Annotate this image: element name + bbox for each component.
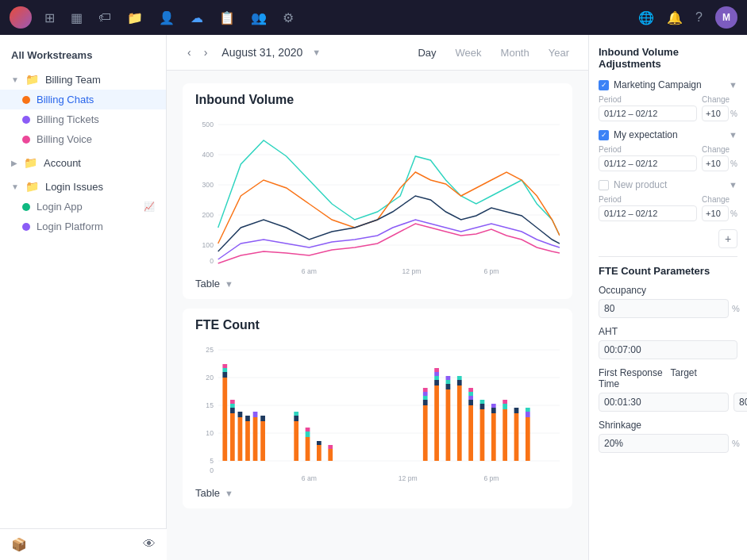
expectation-period-input[interactable]	[599, 155, 697, 171]
svg-text:15: 15	[206, 401, 214, 409]
target-input[interactable]	[734, 393, 747, 412]
first-response-input[interactable]	[599, 393, 729, 412]
new-product-change-input[interactable]	[702, 205, 729, 221]
svg-rect-53	[423, 396, 428, 400]
nav-tag-icon[interactable]: 🏷	[98, 10, 111, 25]
svg-rect-47	[317, 445, 322, 461]
sidebar-item-login-app[interactable]: Login App 📈	[0, 197, 166, 217]
sidebar-footer-eye-icon[interactable]: 👁	[143, 537, 156, 552]
svg-rect-36	[245, 416, 250, 421]
chevron-down-login-icon: ▼	[11, 182, 19, 191]
marketing-period-input[interactable]	[599, 105, 697, 121]
svg-rect-65	[457, 385, 462, 461]
expectation-change-label: Change	[702, 145, 737, 154]
nav-layout-icon[interactable]: ▦	[71, 10, 83, 25]
new-product-period-input[interactable]	[599, 205, 697, 221]
first-response-input-col	[599, 393, 729, 412]
marketing-change-input[interactable]	[702, 105, 729, 121]
inbound-volume-chart: 500 400 300 200 100 0	[195, 117, 560, 278]
nav-settings-icon[interactable]: ⚙	[283, 10, 294, 25]
marketing-campaign-checkbox[interactable]: ✓	[599, 80, 609, 90]
svg-rect-26	[222, 372, 227, 378]
svg-rect-78	[491, 404, 496, 408]
right-panel: Inbound Volume Adjustments ✓ Marketing C…	[588, 35, 747, 560]
target-input-col: %	[734, 393, 747, 412]
svg-rect-46	[306, 428, 310, 432]
svg-rect-69	[468, 400, 473, 405]
marketing-campaign-expand-icon[interactable]: ▼	[729, 80, 737, 90]
expectation-checkbox[interactable]: ✓	[599, 130, 609, 140]
inbound-volume-table-footer[interactable]: Table ▼	[195, 278, 560, 290]
tab-week[interactable]: Week	[452, 45, 485, 60]
first-response-col: First Response Time	[599, 367, 666, 393]
svg-rect-58	[434, 376, 439, 380]
sidebar-footer-box-icon[interactable]: 📦	[11, 537, 27, 552]
nav-clipboard-icon[interactable]: 📋	[219, 10, 235, 25]
nav-people-icon[interactable]: 👥	[251, 10, 267, 25]
svg-rect-49	[328, 449, 333, 461]
svg-text:6 am: 6 am	[302, 474, 317, 482]
nav-grid-icon[interactable]: ⊞	[44, 10, 55, 25]
nav-globe-icon[interactable]: 🌐	[638, 10, 654, 25]
svg-rect-74	[480, 404, 485, 409]
fte-count-table-footer[interactable]: Table ▼	[195, 487, 560, 499]
sidebar-item-billing-voice[interactable]: Billing Voice	[0, 129, 166, 149]
table-chevron-down-icon: ▼	[225, 279, 233, 289]
svg-text:25: 25	[206, 346, 214, 354]
sidebar-item-billing-tickets[interactable]: Billing Tickets	[0, 109, 166, 129]
first-response-header: First Response Time Target	[599, 367, 737, 393]
sidebar-item-billing-chats-label: Billing Chats	[37, 94, 94, 105]
nav-right: 🌐 🔔 ? M	[638, 6, 737, 29]
nav-user-circle-icon[interactable]: 👤	[159, 10, 175, 25]
aht-input[interactable]	[599, 340, 737, 359]
nav-bell-icon[interactable]: 🔔	[667, 10, 683, 25]
avatar[interactable]: M	[715, 6, 737, 29]
next-date-button[interactable]: ›	[199, 44, 213, 60]
first-response-inputs: %	[599, 393, 737, 412]
sidebar-item-login-platform[interactable]: Login Platform	[0, 217, 166, 236]
svg-rect-70	[468, 396, 473, 400]
svg-text:0: 0	[210, 257, 214, 265]
shrinkage-input[interactable]	[599, 434, 729, 453]
tab-year[interactable]: Year	[545, 45, 572, 60]
svg-rect-73	[480, 409, 485, 461]
folder-login-icon: 📁	[25, 180, 39, 193]
new-product-checkbox[interactable]	[599, 180, 609, 190]
nav-help-icon[interactable]: ?	[695, 10, 703, 25]
svg-text:6 pm: 6 pm	[483, 474, 499, 482]
tab-day[interactable]: Day	[414, 45, 439, 60]
date-dropdown-icon[interactable]: ▼	[312, 48, 321, 57]
aht-label: AHT	[599, 326, 737, 337]
add-adjustment-button[interactable]: +	[718, 229, 737, 248]
expectation-change-input[interactable]	[702, 155, 729, 171]
nav-folder-icon[interactable]: 📁	[127, 10, 143, 25]
svg-rect-44	[306, 437, 310, 461]
adjustments-title: Inbound Volume Adjustments	[599, 46, 737, 70]
first-response-label: First Response Time	[599, 367, 666, 389]
occupancy-input[interactable]	[599, 299, 729, 318]
svg-rect-35	[245, 421, 250, 461]
marketing-period-label: Period	[599, 95, 697, 104]
date-display: August 31, 2020	[221, 46, 302, 59]
svg-rect-29	[230, 413, 235, 461]
new-product-label: New product	[614, 179, 724, 190]
new-product-expand-icon[interactable]: ▼	[729, 180, 737, 190]
charts-section: Inbound Volume 500 400 300 200	[167, 71, 588, 531]
shrinkage-row: %	[599, 434, 737, 453]
tab-month[interactable]: Month	[498, 45, 533, 60]
login-app-dot	[22, 203, 30, 211]
sidebar-group-account-header[interactable]: ▶ 📁 Account	[0, 152, 166, 173]
expectation-expand-icon[interactable]: ▼	[729, 130, 737, 140]
sidebar-item-billing-chats[interactable]: Billing Chats	[0, 90, 166, 109]
svg-rect-64	[446, 376, 451, 380]
nav-cloud-icon[interactable]: ☁	[191, 10, 203, 25]
prev-date-button[interactable]: ‹	[183, 44, 196, 60]
svg-rect-82	[514, 413, 519, 461]
svg-text:0: 0	[210, 466, 214, 474]
sidebar-group-login-issues-header[interactable]: ▼ 📁 Login Issues	[0, 176, 166, 197]
nav-arrows: ‹ ›	[183, 44, 212, 60]
occupancy-unit: %	[732, 304, 740, 313]
sidebar-group-billing-team-header[interactable]: ▼ 📁 Billing Team	[0, 69, 166, 90]
svg-text:12 pm: 12 pm	[402, 267, 422, 275]
marketing-period-group: Period	[599, 95, 697, 121]
